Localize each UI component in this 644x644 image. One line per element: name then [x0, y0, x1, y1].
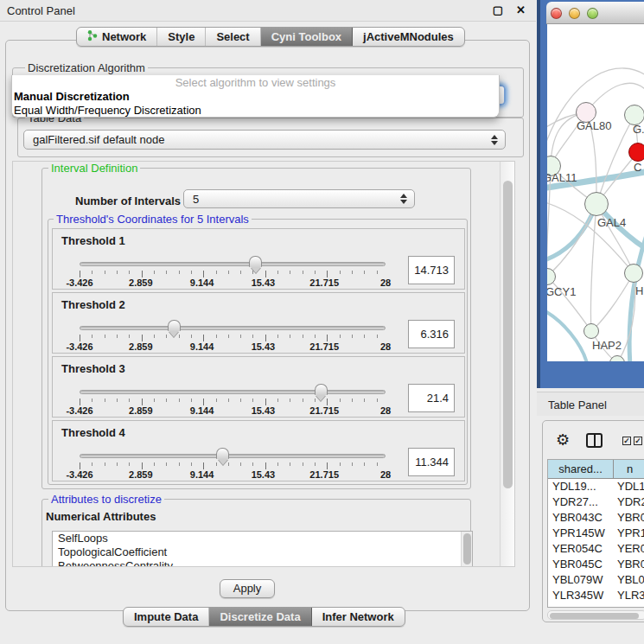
scrollbar-thumb[interactable] — [503, 181, 513, 488]
numerical-attributes-list[interactable]: SelfLoops TopologicalCoefficient Between… — [52, 531, 473, 567]
cell: YER0 — [614, 541, 644, 557]
tab-network[interactable]: Network — [77, 28, 157, 46]
group-title-threshold-coordinates: Threshold's Coordinates for 5 Intervals — [54, 214, 252, 225]
checkbox-icon[interactable]: ✓ — [622, 437, 631, 445]
close-panel-icon[interactable]: ✕ — [516, 3, 526, 16]
threshold-2-value-input[interactable]: 6.316 — [408, 320, 455, 348]
tick-label: 15.43 — [252, 405, 276, 416]
cell: YPR1 — [614, 526, 644, 541]
list-item[interactable]: TopologicalCoefficient — [53, 545, 472, 559]
network-canvas[interactable]: GAL80 G. C GAL11 GAL4 GCY1 H HAP2 — [547, 24, 644, 361]
table-row[interactable]: YBR043CYBR0 — [548, 510, 644, 526]
table-row[interactable]: YBR045CYBR0 — [548, 557, 644, 572]
node-label: G. — [633, 123, 644, 136]
tick-label: 9.144 — [190, 469, 214, 480]
threshold-coordinates-group: Threshold's Coordinates for 5 Intervals … — [48, 219, 468, 485]
slider-thumb[interactable] — [249, 256, 262, 267]
table-row[interactable]: YLR345WYLR3 — [548, 588, 644, 603]
cell: YPR145W — [548, 526, 614, 541]
panel-title: Control Panel — [7, 4, 75, 17]
slider-major-ticks — [80, 271, 389, 277]
minimize-window-icon[interactable] — [569, 8, 580, 19]
gear-icon[interactable]: ⚙ — [556, 430, 570, 450]
cell: YIL052C — [548, 603, 614, 608]
threshold-3-value-input[interactable]: 21.4 — [408, 384, 455, 412]
tick-label: 15.43 — [252, 469, 276, 480]
bottom-tab-bar: Impute Data Discretize Data Infer Networ… — [123, 607, 405, 627]
cell: YBR0 — [614, 557, 644, 572]
table-data-combobox[interactable]: galFiltered.sif default node — [23, 130, 506, 150]
list-item[interactable]: BetweennessCentrality — [53, 559, 472, 567]
numerical-attributes-heading: Numerical Attributes — [46, 510, 156, 523]
tab-discretize-data[interactable]: Discretize Data — [209, 608, 311, 626]
threshold-4-slider[interactable]: -3.426 2.859 9.144 15.43 21.715 28 — [80, 421, 386, 482]
slider-track[interactable] — [80, 326, 386, 330]
network-node[interactable] — [584, 192, 609, 216]
table-horizontal-scrollbar[interactable] — [547, 610, 644, 620]
node-attribute-table[interactable]: shared... n YDL19...YDL1 YDR27...YDR2 YB… — [547, 459, 644, 608]
tab-select[interactable]: Select — [206, 28, 260, 46]
table-row[interactable]: YBL079WYBL0 — [548, 572, 644, 588]
threshold-1-value-input[interactable]: 14.713 — [408, 256, 455, 284]
dropdown-option-equal-width[interactable]: Equal Width/Frequency Discretization — [12, 104, 499, 118]
tab-network-label: Network — [102, 30, 146, 43]
column-layout-icon[interactable] — [586, 433, 603, 448]
threshold-1-slider[interactable]: -3.426 2.859 9.144 15.43 21.715 28 — [80, 229, 386, 290]
zoom-window-icon[interactable] — [587, 8, 598, 19]
tab-jactivemnodules-label: jActiveMNodules — [363, 30, 454, 43]
slider-thumb[interactable] — [315, 384, 328, 395]
tab-jactivemnodules[interactable]: jActiveMNodules — [353, 28, 464, 46]
threshold-4-panel: Threshold 4 -3.426 2.859 9.144 15.43 21.… — [52, 420, 465, 481]
checkbox-icon[interactable]: ✓ — [634, 437, 642, 445]
slider-tick-labels: -3.426 2.859 9.144 15.43 21.715 28 — [80, 341, 386, 352]
tab-select-label: Select — [216, 30, 249, 43]
column-header-name[interactable]: n — [614, 460, 644, 478]
node-label: GAL4 — [597, 216, 626, 229]
node-label: H — [635, 284, 643, 297]
list-item[interactable]: SelfLoops — [53, 532, 472, 545]
network-node-selected[interactable] — [628, 143, 644, 162]
list-vertical-scrollbar[interactable] — [461, 532, 472, 567]
threshold-3-panel: Threshold 3 -3.426 2.859 9.144 15.43 21.… — [52, 356, 465, 418]
table-panel-title: Table Panel — [548, 399, 607, 411]
node-label: HAP2 — [592, 339, 622, 352]
cell: YDL1 — [614, 479, 644, 494]
network-node[interactable] — [583, 323, 599, 339]
main-vertical-scrollbar[interactable] — [500, 162, 514, 566]
tab-impute-data[interactable]: Impute Data — [124, 608, 209, 626]
cell: YER054C — [548, 541, 614, 557]
combo-arrows-icon — [491, 135, 498, 145]
table-row[interactable]: YDR27...YDR2 — [548, 494, 644, 510]
table-row[interactable]: YIL052CYIL0 — [548, 603, 644, 608]
slider-track[interactable] — [80, 390, 386, 394]
slider-thumb[interactable] — [168, 320, 181, 331]
scrollbar-thumb[interactable] — [550, 613, 639, 619]
tab-infer-network[interactable]: Infer Network — [312, 608, 405, 626]
scrollbar-thumb[interactable] — [463, 533, 471, 564]
table-row[interactable]: YPR145WYPR1 — [548, 526, 644, 541]
table-row[interactable]: YER054CYER0 — [548, 541, 644, 557]
table-row[interactable]: YDL19...YDL1 — [548, 479, 644, 494]
close-window-icon[interactable] — [551, 8, 562, 19]
tab-style[interactable]: Style — [157, 28, 206, 46]
threshold-4-value-input[interactable]: 11.344 — [408, 448, 455, 476]
tab-discretize-data-label: Discretize Data — [220, 610, 300, 623]
slider-thumb[interactable] — [216, 448, 229, 459]
table-panel-titlebar: Table Panel — [537, 392, 644, 416]
dropdown-option-manual[interactable]: Manual Discretization — [12, 90, 499, 104]
slider-major-ticks — [80, 335, 389, 341]
slider-track[interactable] — [80, 454, 386, 458]
apply-button[interactable]: Apply — [220, 579, 275, 598]
tick-label: 15.43 — [252, 277, 276, 288]
tab-impute-data-label: Impute Data — [134, 610, 198, 623]
tick-label: 9.144 — [190, 341, 214, 352]
cell: YBR045C — [548, 557, 614, 572]
number-of-intervals-combobox[interactable]: 5 — [183, 189, 415, 208]
tab-cyni-toolbox[interactable]: Cyni Toolbox — [261, 28, 353, 46]
slider-track[interactable] — [80, 262, 386, 266]
network-node[interactable] — [624, 264, 643, 283]
column-header-shared-name[interactable]: shared... — [548, 460, 614, 478]
float-window-icon[interactable]: ▢ — [493, 3, 503, 16]
threshold-3-slider[interactable]: -3.426 2.859 9.144 15.43 21.715 28 — [80, 357, 386, 418]
threshold-2-slider[interactable]: -3.426 2.859 9.144 15.43 21.715 28 — [80, 293, 386, 354]
